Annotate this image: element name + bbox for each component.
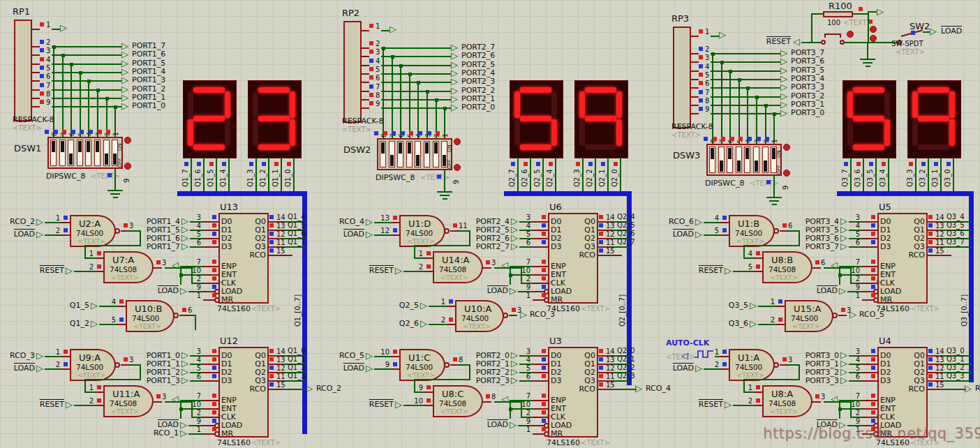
logic-state-indicator (542, 276, 546, 281)
dip-knob[interactable] (755, 160, 758, 172)
dip-knob[interactable] (381, 142, 385, 154)
net-flag-arrow-icon: ▷ (36, 351, 43, 360)
dip-knob[interactable] (425, 142, 429, 154)
pin-number: 9 (850, 417, 860, 425)
dip-knob[interactable] (711, 148, 714, 159)
respack-text: <TEXT> (671, 131, 701, 139)
dip-slot-3[interactable] (397, 141, 403, 167)
net-flag-arrow-icon: ▷ (66, 266, 73, 275)
net-flag: RCO_2 (0, 218, 35, 226)
resistor-R100[interactable] (823, 11, 853, 17)
dip-slot-6[interactable] (424, 141, 430, 167)
logic-state-indicator (542, 232, 546, 236)
dip-knob[interactable] (764, 160, 767, 172)
pin-number: 2 (705, 45, 709, 53)
dip-slot-2[interactable] (59, 140, 66, 166)
component-pin (720, 234, 729, 236)
wire-junction (382, 47, 385, 50)
dip-knob[interactable] (720, 160, 723, 172)
dip-knob[interactable] (87, 141, 90, 152)
wire (875, 158, 877, 191)
dip-slot-7[interactable] (103, 140, 110, 166)
dip-knob[interactable] (737, 160, 741, 172)
pin-number: 9 (850, 283, 860, 291)
pin-number: 10 (521, 401, 530, 408)
pin-number: 11 (276, 373, 288, 380)
dip-knob[interactable] (399, 142, 402, 154)
dip-slot-2[interactable] (389, 141, 395, 167)
push-button-terminal[interactable] (821, 40, 826, 45)
dip-slot-7[interactable] (433, 141, 439, 167)
dip-slot-3[interactable] (68, 140, 74, 166)
dip-slot-1[interactable] (380, 141, 386, 167)
dip-slot-3[interactable] (727, 147, 733, 173)
gate-ref: U8:C (442, 389, 463, 399)
component-pin (812, 267, 821, 269)
gate-text: <TEXT> (77, 372, 105, 379)
component-pin (203, 408, 218, 410)
gate-ref: U1:C (408, 353, 430, 363)
wire (850, 158, 852, 191)
dip-slot-4[interactable] (736, 147, 742, 173)
ground-icon (866, 66, 870, 67)
push-button-terminal[interactable] (840, 40, 845, 45)
resistor-pack-RP1[interactable] (14, 20, 32, 121)
dip-knob[interactable] (408, 142, 411, 154)
dip-slot-7[interactable] (762, 147, 769, 173)
logic-state-indicator (54, 130, 58, 134)
pin-number: 5 (741, 263, 752, 271)
dip-knob[interactable] (113, 154, 117, 165)
dip-knob[interactable] (745, 148, 749, 159)
resistor-pack-RP2[interactable] (343, 21, 362, 123)
dip-knob[interactable] (61, 141, 64, 152)
dip-knob[interactable] (78, 141, 82, 152)
wire-junction (179, 408, 183, 411)
component-pin (32, 64, 40, 65)
dip-knob[interactable] (52, 141, 55, 152)
net-flag-arrow-icon: ▷ (366, 217, 373, 226)
logic-state-indicator (374, 131, 378, 135)
dip-slot-2[interactable] (718, 147, 725, 173)
dip-slot-1[interactable] (50, 140, 57, 166)
dip-slot-1[interactable] (709, 147, 715, 173)
dip-slot-5[interactable] (85, 140, 91, 166)
net-flag-arrow-icon: ▷ (520, 310, 527, 319)
dip-slot-5[interactable] (415, 141, 421, 167)
net-flag-arrow-icon: ▷ (389, 24, 396, 33)
gate-text: <TEXT> (770, 274, 798, 281)
logic-state-indicator (401, 131, 405, 135)
dip-knob[interactable] (416, 155, 420, 166)
dip-knob[interactable] (390, 155, 394, 166)
dip-slot-5[interactable] (744, 147, 750, 173)
dip-knob[interactable] (69, 154, 73, 165)
bus-horizontal (177, 191, 307, 196)
dip-knob[interactable] (434, 142, 438, 154)
wire (414, 391, 425, 393)
inverter-bubble-icon (773, 362, 779, 368)
dip-slot-4[interactable] (406, 141, 413, 167)
net-flag: RESET (352, 401, 394, 409)
gate-text: <TEXT> (440, 274, 468, 281)
net-label: Q3_4 (879, 169, 886, 187)
pin-number: 9 (782, 186, 789, 190)
wire (953, 158, 954, 191)
dip-knob[interactable] (105, 154, 108, 165)
component-pin (362, 47, 369, 49)
net-flag: RESET (749, 38, 791, 46)
dip-knob[interactable] (443, 155, 446, 166)
dip-knob[interactable] (96, 141, 99, 152)
dip-slot-6[interactable] (753, 147, 759, 173)
gate-type: 74LS00 (735, 230, 762, 238)
logic-state-indicator (699, 90, 703, 94)
pin-number: 9 (191, 283, 201, 291)
dip-knob[interactable] (728, 148, 732, 159)
dip-slot-6[interactable] (94, 140, 101, 166)
resistor-pack-RP3[interactable] (673, 27, 691, 128)
gate-ref: U1:A (738, 353, 759, 363)
logic-state-indicator (45, 130, 49, 134)
component-pin (61, 356, 70, 357)
dip-slot-4[interactable] (77, 140, 83, 166)
wire (281, 158, 282, 191)
dip-knob[interactable] (772, 148, 775, 159)
net-flag: LOAD (329, 364, 364, 373)
